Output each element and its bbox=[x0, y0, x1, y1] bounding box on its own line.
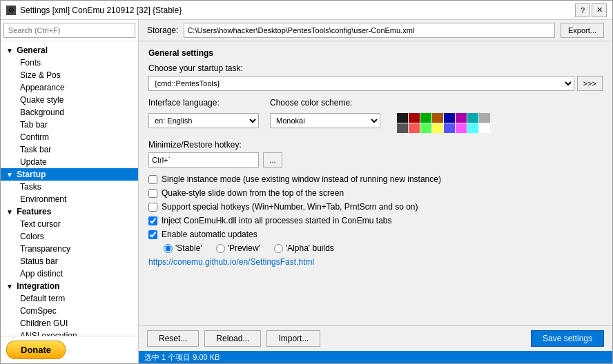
interface-label: Interface language: bbox=[148, 98, 259, 108]
radio-stable[interactable] bbox=[164, 244, 173, 253]
hotkey-input[interactable] bbox=[148, 152, 259, 168]
sidebar-item-colors[interactable]: Colors bbox=[1, 230, 138, 243]
expand-icon: ▼ bbox=[6, 47, 14, 54]
sidebar-item-fonts[interactable]: Fonts bbox=[1, 57, 138, 69]
color-scheme-label: Choose color scheme: bbox=[270, 98, 380, 108]
bottom-bar: Reset... Reload... Import... Save settin… bbox=[139, 325, 612, 351]
checkbox-inject_dll[interactable] bbox=[148, 216, 157, 225]
radio-preview[interactable] bbox=[216, 244, 225, 253]
tree: ▼ General Fonts Size & Pos Appearance Qu… bbox=[1, 41, 138, 336]
right-panel: Storage: Export... General settings Choo… bbox=[139, 20, 612, 363]
hotkey-row: Minimize/Restore hotkey: ... bbox=[148, 140, 603, 168]
color-palette bbox=[397, 113, 490, 133]
save-button[interactable]: Save settings bbox=[531, 330, 604, 347]
checkbox-row: Quake-style slide down from the top of t… bbox=[148, 188, 603, 198]
radio-label-preview: 'Preview' bbox=[216, 243, 260, 253]
checkbox-row: Inject ConEmuHk.dll into all processes s… bbox=[148, 216, 603, 225]
sidebar-item-quake[interactable]: Quake style bbox=[1, 94, 138, 106]
window-title: Settings [xml] ConEmu 210912 [32] {Stabl… bbox=[20, 6, 575, 15]
expand-icon: ▼ bbox=[6, 208, 14, 216]
main-content: ▼ General Fonts Size & Pos Appearance Qu… bbox=[1, 20, 612, 363]
checkbox-label-special_hotkeys: Support special hotkeys (Win+Number, Win… bbox=[162, 202, 418, 212]
checkbox-label-single_instance: Single instance mode (use existing windo… bbox=[162, 174, 441, 184]
color-scheme-select[interactable]: Monokai bbox=[270, 113, 380, 128]
sidebar-item-transparency[interactable]: Transparency bbox=[1, 243, 138, 255]
sidebar-item-update[interactable]: Update bbox=[1, 156, 138, 168]
startup-arrows-button[interactable]: >>> bbox=[577, 76, 603, 91]
close-button[interactable]: ✕ bbox=[592, 3, 607, 17]
settings-fast-link[interactable]: https://conemu.github.io/en/SettingsFast… bbox=[148, 257, 314, 267]
color-cell bbox=[409, 113, 420, 123]
donate-area: Donate bbox=[1, 336, 138, 363]
color-cell bbox=[409, 123, 420, 133]
checkbox-quake_slide[interactable] bbox=[148, 189, 157, 198]
sidebar-item-tasks[interactable]: Tasks bbox=[1, 181, 138, 193]
sidebar-item-startup[interactable]: ▼ Startup bbox=[1, 168, 138, 181]
sidebar: ▼ General Fonts Size & Pos Appearance Qu… bbox=[1, 20, 139, 363]
color-cell bbox=[444, 113, 455, 123]
status-bar: 选中 1 个项目 9.00 KB bbox=[139, 351, 612, 363]
hotkey-input-row: ... bbox=[148, 152, 603, 168]
content-area: General settings Choose your startup tas… bbox=[139, 41, 612, 325]
color-cell bbox=[467, 123, 478, 133]
import-button[interactable]: Import... bbox=[266, 330, 320, 347]
storage-input[interactable] bbox=[184, 23, 555, 38]
reset-button[interactable]: Reset... bbox=[147, 330, 199, 347]
sidebar-item-size-pos[interactable]: Size & Pos bbox=[1, 69, 138, 81]
storage-label: Storage: bbox=[147, 26, 178, 35]
color-cell bbox=[479, 123, 490, 133]
export-button[interactable]: Export... bbox=[561, 23, 604, 38]
sidebar-item-comspec[interactable]: ComSpec bbox=[1, 305, 138, 317]
storage-bar: Storage: Export... bbox=[139, 20, 612, 41]
checkbox-row: Support special hotkeys (Win+Number, Win… bbox=[148, 202, 603, 212]
sidebar-item-features[interactable]: ▼ Features bbox=[1, 205, 138, 218]
sidebar-item-ansi-exec[interactable]: ANSI execution bbox=[1, 330, 138, 336]
sidebar-item-tab-bar[interactable]: Tab bar bbox=[1, 119, 138, 131]
radio-label-stable: 'Stable' bbox=[164, 243, 202, 253]
sidebar-item-integration[interactable]: ▼ Integration bbox=[1, 280, 138, 292]
hotkey-label: Minimize/Restore hotkey: bbox=[148, 140, 603, 150]
color-cell bbox=[432, 113, 443, 123]
help-button[interactable]: ? bbox=[575, 3, 590, 17]
sidebar-item-appearance[interactable]: Appearance bbox=[1, 81, 138, 94]
sidebar-item-text-cursor[interactable]: Text cursor bbox=[1, 218, 138, 230]
donate-button[interactable]: Donate bbox=[6, 341, 66, 359]
sidebar-item-default-term[interactable]: Default term bbox=[1, 292, 138, 305]
link-area: https://conemu.github.io/en/SettingsFast… bbox=[148, 257, 603, 267]
sidebar-item-background[interactable]: Background bbox=[1, 106, 138, 119]
checkbox-label-inject_dll: Inject ConEmuHk.dll into all processes s… bbox=[162, 216, 392, 225]
color-cell bbox=[444, 123, 455, 133]
checkbox-single_instance[interactable] bbox=[148, 175, 157, 184]
lang-color-row: Interface language: en: English Choose c… bbox=[148, 98, 603, 133]
search-input[interactable] bbox=[3, 23, 135, 38]
expand-icon: ▼ bbox=[6, 171, 14, 179]
sidebar-item-general[interactable]: ▼ General bbox=[1, 44, 138, 57]
search-box bbox=[1, 20, 138, 41]
window-controls: ? ✕ bbox=[575, 3, 607, 17]
color-cell bbox=[456, 113, 467, 123]
color-scheme-block: Choose color scheme: Monokai bbox=[270, 98, 380, 133]
checkbox-auto_update[interactable] bbox=[148, 230, 157, 239]
startup-task-row: Choose your startup task: {cmd::PentesTo… bbox=[148, 63, 603, 91]
checkbox-label-auto_update: Enable automatic updates bbox=[162, 230, 257, 239]
hotkey-browse-button[interactable]: ... bbox=[263, 152, 282, 168]
radio-group: 'Stable''Preview''Alpha' builds bbox=[164, 243, 603, 253]
checkbox-special_hotkeys[interactable] bbox=[148, 203, 157, 212]
sidebar-item-confirm[interactable]: Confirm bbox=[1, 131, 138, 143]
interface-select[interactable]: en: English bbox=[148, 113, 259, 128]
palette-spacer bbox=[391, 98, 490, 108]
startup-select[interactable]: {cmd::PentesTools} bbox=[148, 76, 574, 91]
color-cell bbox=[397, 113, 408, 123]
title-bar: ⚙ Settings [xml] ConEmu 210912 [32] {Sta… bbox=[1, 1, 612, 20]
radio-alpha[interactable] bbox=[274, 244, 283, 253]
sidebar-item-task-bar[interactable]: Task bar bbox=[1, 143, 138, 156]
color-cell bbox=[479, 113, 490, 123]
expand-icon: ▼ bbox=[6, 283, 14, 290]
sidebar-item-status-bar[interactable]: Status bar bbox=[1, 255, 138, 267]
sidebar-item-app-distinct[interactable]: App distinct bbox=[1, 267, 138, 280]
color-cell bbox=[432, 123, 443, 133]
palette-block bbox=[391, 98, 490, 133]
sidebar-item-children-gui[interactable]: Children GUI bbox=[1, 317, 138, 330]
sidebar-item-environment[interactable]: Environment bbox=[1, 193, 138, 205]
reload-button[interactable]: Reload... bbox=[204, 330, 261, 347]
